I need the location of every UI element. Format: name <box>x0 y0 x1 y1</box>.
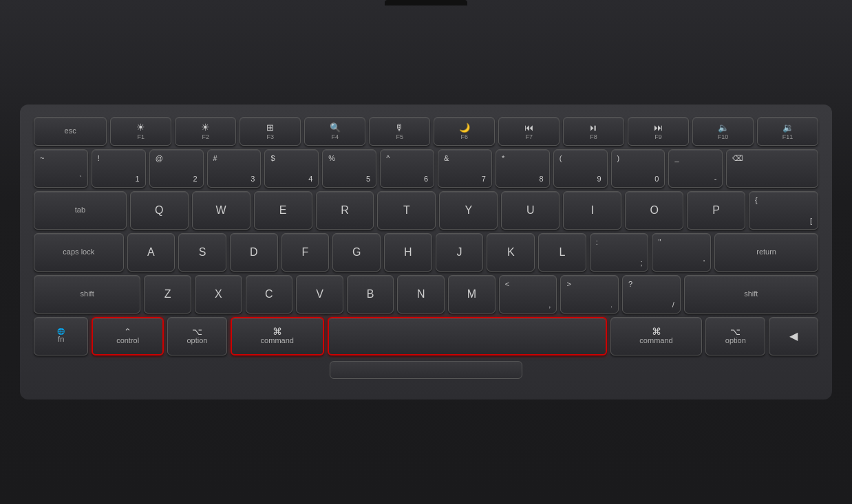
key-tab[interactable]: tab <box>34 191 127 230</box>
key-2[interactable]: @ 2 <box>149 149 204 188</box>
backtick-top: ~ <box>40 154 44 162</box>
trackpad[interactable] <box>330 361 522 379</box>
key-spacebar[interactable] <box>328 317 607 355</box>
k9-top: ( <box>560 154 562 162</box>
key-comma[interactable]: < , <box>499 275 557 314</box>
minus-bottom: - <box>714 175 717 183</box>
return-label: return <box>756 248 776 256</box>
key-f1[interactable]: ☀ F1 <box>110 117 171 146</box>
control-icon: ⌃ <box>124 327 131 336</box>
f1-icon: ☀ <box>136 122 145 132</box>
key-x[interactable]: X <box>195 275 242 314</box>
key-slash[interactable]: ? / <box>622 275 681 314</box>
option-left-label: option <box>187 336 207 345</box>
key-u[interactable]: U <box>501 191 560 230</box>
key-shift-left[interactable]: shift <box>34 275 140 314</box>
key-f11[interactable]: 🔉 F11 <box>757 117 818 146</box>
key-g[interactable]: G <box>332 233 381 272</box>
k8-bottom: 8 <box>540 175 544 183</box>
key-f9[interactable]: ⏭ F9 <box>628 117 689 146</box>
key-y[interactable]: Y <box>439 191 498 230</box>
key-command-left[interactable]: ⌘ command <box>231 317 324 355</box>
key-f7[interactable]: ⏮ F7 <box>498 117 560 146</box>
key-v[interactable]: V <box>296 275 343 314</box>
key-h[interactable]: H <box>384 233 432 272</box>
f11-sub: F11 <box>782 133 794 140</box>
key-option-right[interactable]: ⌥ option <box>705 317 765 355</box>
key-r[interactable]: R <box>316 191 374 230</box>
f6-icon: 🌙 <box>459 123 470 132</box>
bottom-row: 🌐 fn ⌃ control ⌥ option ⌘ command ⌘ comm… <box>34 317 818 355</box>
key-control[interactable]: ⌃ control <box>92 317 164 355</box>
key-o[interactable]: O <box>625 191 683 230</box>
key-f10[interactable]: 🔈 F10 <box>692 117 754 146</box>
k4-top: $ <box>270 154 275 162</box>
key-fn[interactable]: 🌐 fn <box>34 317 88 355</box>
key-j[interactable]: J <box>436 233 484 272</box>
f2-sub: F2 <box>202 133 210 140</box>
k5-bottom: 5 <box>366 175 370 183</box>
key-4[interactable]: $ 4 <box>264 149 319 188</box>
f3-icon: ⊞ <box>266 123 274 132</box>
key-backtick[interactable]: ~ ` <box>34 149 88 188</box>
esc-label: esc <box>65 127 76 135</box>
key-z[interactable]: Z <box>144 275 191 314</box>
key-n[interactable]: N <box>397 275 445 314</box>
key-0[interactable]: ) 0 <box>611 149 665 188</box>
key-b[interactable]: B <box>347 275 394 314</box>
fn-label: fn <box>58 335 64 344</box>
key-m[interactable]: M <box>448 275 496 314</box>
key-7[interactable]: & 7 <box>438 149 492 188</box>
key-w[interactable]: W <box>192 191 251 230</box>
key-f4[interactable]: 🔍 F4 <box>304 117 365 146</box>
control-label: control <box>116 336 139 345</box>
f6-sub: F6 <box>460 133 468 140</box>
command-right-label: command <box>639 336 672 345</box>
key-f3[interactable]: ⊞ F3 <box>239 117 301 146</box>
notch <box>385 0 467 6</box>
key-f5[interactable]: 🎙 F5 <box>369 117 430 146</box>
key-f6[interactable]: 🌙 F6 <box>434 117 495 146</box>
fn-row: esc ☀ F1 ☀ F2 ⊞ F3 🔍 F4 🎙 F5 <box>34 117 818 146</box>
k3-top: # <box>213 154 217 162</box>
key-t[interactable]: T <box>377 191 436 230</box>
k7-bottom: 7 <box>482 175 486 183</box>
key-6[interactable]: ^ 6 <box>380 149 434 188</box>
key-8[interactable]: * 8 <box>496 149 550 188</box>
key-backspace[interactable]: ⌫ <box>726 149 818 188</box>
f10-sub: F10 <box>718 133 729 140</box>
key-s[interactable]: S <box>178 233 226 272</box>
key-period[interactable]: > . <box>560 275 619 314</box>
key-l[interactable]: L <box>538 233 586 272</box>
key-caps-lock[interactable]: caps lock <box>34 233 124 272</box>
key-f8[interactable]: ⏯ F8 <box>563 117 624 146</box>
key-shift-right[interactable]: shift <box>684 275 818 314</box>
key-option-left[interactable]: ⌥ option <box>167 317 227 355</box>
key-d[interactable]: D <box>230 233 278 272</box>
command-left-label: command <box>261 336 294 345</box>
key-9[interactable]: ( 9 <box>553 149 608 188</box>
key-arrow-left[interactable]: ◀ <box>769 317 818 355</box>
key-5[interactable]: % 5 <box>322 149 376 188</box>
key-minus[interactable]: _ - <box>668 149 723 188</box>
key-p[interactable]: P <box>687 191 745 230</box>
f4-icon: 🔍 <box>330 123 341 132</box>
key-k[interactable]: K <box>487 233 535 272</box>
key-i[interactable]: I <box>563 191 621 230</box>
key-f2[interactable]: ☀ F2 <box>175 117 236 146</box>
key-bracket-open[interactable]: { [ <box>749 191 818 230</box>
key-q[interactable]: Q <box>130 191 189 230</box>
key-command-right[interactable]: ⌘ command <box>610 317 703 355</box>
key-esc[interactable]: esc <box>34 117 107 146</box>
key-3[interactable]: # 3 <box>207 149 262 188</box>
key-a[interactable]: A <box>127 233 175 272</box>
qwerty-row: tab Q W E R T Y U I O P { [ <box>34 191 818 230</box>
key-1[interactable]: ! 1 <box>92 149 146 188</box>
key-quote[interactable]: " ' <box>652 233 711 272</box>
f9-icon: ⏭ <box>654 123 663 132</box>
key-e[interactable]: E <box>254 191 312 230</box>
key-semicolon[interactable]: : ; <box>590 233 649 272</box>
key-c[interactable]: C <box>246 275 293 314</box>
key-return[interactable]: return <box>714 233 818 272</box>
key-f[interactable]: F <box>281 233 330 272</box>
